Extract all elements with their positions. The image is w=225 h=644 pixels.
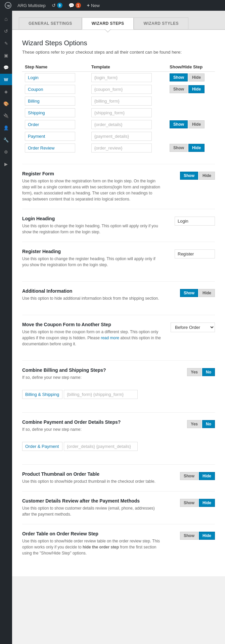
- order-table-control: Show Hide: [168, 531, 215, 540]
- combined-billing-shipping-template[interactable]: [64, 390, 138, 399]
- additional-info-section: Additional Information Use this option t…: [22, 281, 215, 308]
- show-btn-login[interactable]: Show: [170, 73, 188, 81]
- template-shipping[interactable]: [91, 108, 152, 117]
- updates-link[interactable]: ↺ 9: [50, 0, 64, 11]
- customer-details-title: Customer Details Review after the Paymen…: [22, 498, 161, 504]
- step-name-shipping[interactable]: [25, 108, 75, 117]
- register-form-title: Register Form: [22, 171, 161, 176]
- show-hide-order: Show Hide: [170, 120, 212, 128]
- login-heading-input[interactable]: [175, 217, 215, 226]
- step-name-order[interactable]: [25, 120, 75, 129]
- table-row: Show Hide: [22, 83, 215, 95]
- sidebar-item-appearance[interactable]: 🎨: [0, 98, 12, 109]
- sidebar-item-tools[interactable]: 🔧: [0, 134, 12, 145]
- show-btn-order[interactable]: Show: [170, 120, 188, 128]
- hide-btn-login[interactable]: Hide: [188, 73, 205, 81]
- table-row: Show Hide: [22, 142, 215, 154]
- show-btn-register-form[interactable]: Show: [180, 172, 198, 180]
- coupon-form-select[interactable]: Before Order After Order Before Payment …: [171, 323, 215, 332]
- show-btn-product-thumbnail[interactable]: Show: [180, 472, 198, 480]
- hide-btn-product-thumbnail[interactable]: Hide: [199, 472, 215, 480]
- tab-wizard-steps[interactable]: Wizard Steps: [82, 17, 134, 30]
- combined-billing-shipping-name[interactable]: [22, 390, 62, 399]
- step-name-order-review[interactable]: [25, 143, 75, 153]
- template-payment[interactable]: [91, 132, 152, 141]
- sidebar-item-settings[interactable]: ⚙: [0, 146, 12, 158]
- show-hide-product-thumbnail: Show Hide: [180, 472, 215, 480]
- hide-btn-order-review[interactable]: Hide: [188, 144, 205, 152]
- yes-btn-combine-billing[interactable]: Yes: [187, 368, 201, 376]
- media-icon: ▣: [3, 52, 9, 59]
- tab-wizard-styles[interactable]: Wizard Styles: [134, 17, 188, 29]
- show-btn-order-review[interactable]: Show: [170, 144, 188, 152]
- sidebar-item-video[interactable]: ▶: [0, 158, 12, 170]
- coupon-form-desc: Use this option to move the coupon form …: [22, 329, 161, 347]
- sidebar-item-updates[interactable]: ↺: [0, 25, 12, 37]
- sidebar-item-media[interactable]: ▣: [0, 50, 12, 61]
- sidebar-item-products[interactable]: ◈: [0, 86, 12, 97]
- combine-payment-order-subtitle: If so, define your new step name:: [22, 426, 161, 432]
- page-title: Wizard Steps Options: [22, 39, 215, 47]
- hide-btn-coupon[interactable]: Hide: [188, 85, 205, 93]
- step-name-login[interactable]: [25, 73, 75, 82]
- comments-link[interactable]: 💬 1: [66, 0, 83, 11]
- combine-billing-shipping-title: Combine Billing and Shipping Steps?: [22, 367, 161, 373]
- refresh-icon: ↺: [52, 3, 56, 8]
- new-content-button[interactable]: + New: [85, 0, 102, 11]
- register-heading-input[interactable]: [175, 249, 215, 258]
- hide-btn-additional-info[interactable]: Hide: [199, 289, 215, 297]
- no-btn-combine-billing[interactable]: No: [202, 368, 215, 376]
- col-show-hide: Show/Hide Step: [167, 62, 215, 72]
- site-name[interactable]: ARG Multistep: [15, 0, 48, 11]
- coupon-form-content: Move the Coupon Form to Another Step Use…: [22, 322, 161, 347]
- order-table-content: Order Table on Order Review Step Use thi…: [22, 531, 161, 556]
- template-order[interactable]: [91, 120, 152, 129]
- wp-logo[interactable]: [3, 0, 13, 11]
- show-btn-order-table[interactable]: Show: [180, 532, 198, 540]
- read-more-link[interactable]: read more: [101, 336, 119, 340]
- combined-payment-order-template[interactable]: [64, 442, 138, 451]
- customer-details-control: Show Hide: [168, 498, 215, 507]
- no-btn-combine-payment[interactable]: No: [202, 420, 215, 428]
- show-hide-customer-details: Show Hide: [180, 499, 215, 507]
- product-thumbnail-content: Product Thumbnail on Order Table Use thi…: [22, 471, 161, 484]
- sidebar-item-woocommerce[interactable]: W: [0, 74, 12, 85]
- combined-payment-order-name[interactable]: [22, 442, 62, 451]
- hide-btn-order-table[interactable]: Hide: [199, 532, 215, 540]
- order-table-title: Order Table on Order Review Step: [22, 531, 161, 536]
- template-billing[interactable]: [91, 97, 152, 106]
- step-name-payment[interactable]: [25, 132, 75, 141]
- show-btn-customer-details[interactable]: Show: [180, 499, 198, 507]
- page-content: Wizard Steps Options These options refer…: [12, 30, 225, 576]
- sidebar-item-posts[interactable]: ✎: [0, 38, 12, 49]
- yes-btn-combine-payment[interactable]: Yes: [187, 420, 201, 428]
- sidebar: ⌂ ↺ ✎ ▣ 💬 W ◈ 🎨 🔌 👤 🔧 ⚙ ▶: [0, 11, 12, 644]
- hide-btn-customer-details[interactable]: Hide: [199, 499, 215, 507]
- hide-btn-order[interactable]: Hide: [188, 120, 205, 128]
- template-login[interactable]: [91, 73, 152, 82]
- show-hide-login: Show Hide: [170, 73, 212, 81]
- plus-icon: +: [87, 3, 90, 8]
- combine-billing-shipping-control: Yes No: [168, 367, 215, 376]
- sidebar-item-dashboard[interactable]: ⌂: [0, 13, 12, 25]
- combine-billing-shipping-subtitle: If so, define your new step name:: [22, 374, 161, 380]
- register-heading-desc: Use this option to change the register h…: [22, 256, 161, 268]
- show-btn-coupon[interactable]: Show: [170, 85, 188, 93]
- table-row: [22, 107, 215, 119]
- sidebar-item-comments[interactable]: 💬: [0, 62, 12, 73]
- sidebar-item-users[interactable]: 👤: [0, 122, 12, 133]
- table-row: Show Hide: [22, 119, 215, 130]
- tab-general-settings[interactable]: General Settings: [19, 17, 82, 29]
- show-hide-order-table: Show Hide: [180, 532, 215, 540]
- step-name-billing[interactable]: [25, 97, 75, 106]
- hide-btn-register-form[interactable]: Hide: [199, 172, 215, 180]
- sidebar-item-plugins[interactable]: 🔌: [0, 110, 12, 121]
- coupon-form-title: Move the Coupon Form to Another Step: [22, 322, 161, 327]
- template-coupon[interactable]: [91, 85, 152, 94]
- yes-no-combine-billing: Yes No: [187, 368, 215, 376]
- combine-payment-order-control: Yes No: [168, 419, 215, 428]
- show-btn-additional-info[interactable]: Show: [180, 289, 198, 297]
- template-order-review[interactable]: [91, 143, 152, 153]
- step-name-coupon[interactable]: [25, 85, 75, 94]
- steps-table: Step Name Template Show/Hide Step Show H…: [22, 62, 215, 154]
